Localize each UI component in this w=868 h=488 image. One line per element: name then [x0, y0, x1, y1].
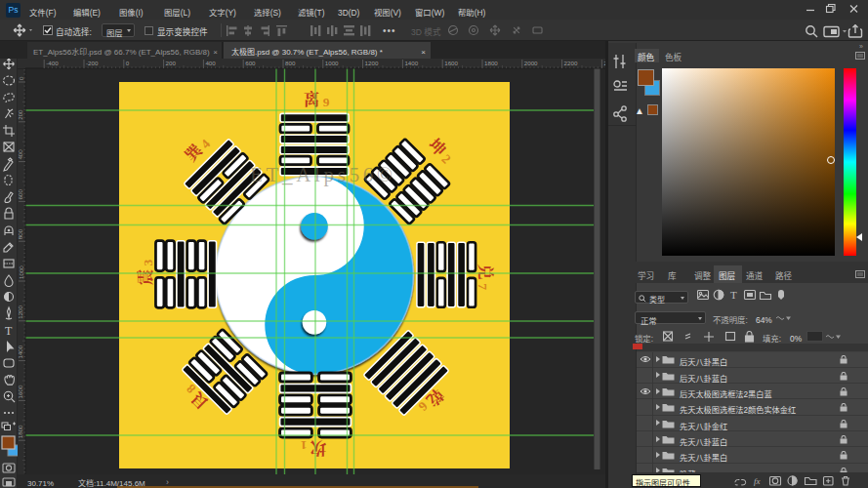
- svg-text:400: 400: [205, 60, 216, 66]
- svg-text:震: 震: [133, 268, 156, 285]
- svg-text:0: 0: [126, 60, 130, 66]
- svg-text:800: 800: [285, 60, 296, 66]
- svg-text:9: 9: [323, 91, 330, 110]
- svg-text:400: 400: [18, 149, 24, 160]
- svg-text:0: 0: [18, 76, 24, 80]
- svg-text:1600: 1600: [444, 60, 458, 66]
- svg-text:1800: 1800: [18, 425, 24, 438]
- svg-text:兑: 兑: [475, 264, 498, 280]
- svg-text:600: 600: [245, 60, 256, 66]
- svg-text:T: T: [5, 324, 13, 338]
- svg-text:1600: 1600: [18, 385, 24, 398]
- svg-text:1000: 1000: [18, 265, 24, 279]
- svg-text:1200: 1200: [365, 60, 379, 66]
- svg-text:-400: -400: [46, 60, 59, 66]
- svg-text:2000: 2000: [524, 60, 538, 66]
- svg-text:T: T: [730, 289, 737, 301]
- svg-text:200: 200: [166, 60, 177, 66]
- svg-text:2200: 2200: [564, 60, 578, 66]
- svg-text:3: 3: [137, 259, 156, 265]
- svg-text:1800: 1800: [484, 60, 498, 66]
- svg-text:离: 离: [304, 87, 320, 110]
- svg-text:坎: 坎: [310, 437, 326, 461]
- svg-text:-200: -200: [86, 60, 99, 66]
- svg-text:800: 800: [18, 228, 24, 239]
- svg-text:200: 200: [18, 109, 24, 120]
- svg-text:1200: 1200: [18, 305, 24, 318]
- svg-text:1: 1: [300, 437, 307, 457]
- svg-text:7: 7: [475, 283, 494, 290]
- svg-text:1400: 1400: [404, 60, 418, 66]
- svg-text:1000: 1000: [325, 60, 339, 66]
- svg-text:600: 600: [18, 189, 24, 200]
- svg-text:1400: 1400: [18, 345, 24, 358]
- svg-text:fx: fx: [754, 476, 761, 486]
